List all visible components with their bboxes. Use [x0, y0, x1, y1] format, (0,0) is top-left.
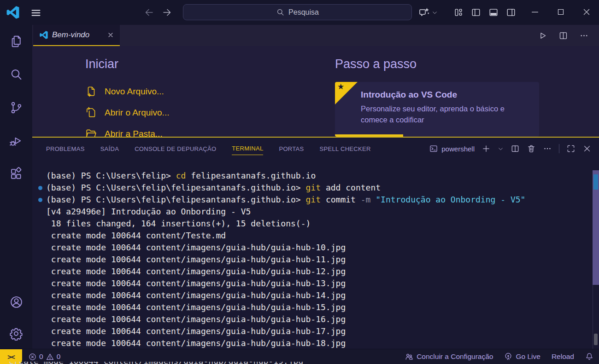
scrollbar-command-marker	[593, 174, 598, 190]
terminal-text-segment: (base) PS C:\Users\felip>	[46, 171, 176, 180]
toggle-primary-sidebar-icon[interactable]	[471, 7, 481, 17]
go-live-label: Go Live	[516, 352, 540, 361]
start-link-label: Abrir o Arquivo...	[105, 108, 169, 118]
featured-ribbon: ★	[335, 82, 358, 104]
settings-gear-icon[interactable]	[0, 318, 32, 349]
panel-more-actions-icon[interactable]	[543, 144, 552, 153]
editor-actions	[538, 25, 599, 46]
terminal-text-segment: create mode 100644 content/imagens/guia-…	[46, 243, 346, 252]
panel-header: PROBLEMAS SAÍDA CONSOLE DE DEPURAÇÃO TER…	[32, 138, 599, 160]
close-window-button[interactable]	[581, 7, 592, 17]
minimize-button[interactable]	[530, 7, 540, 17]
go-live-button[interactable]: Go Live	[504, 352, 540, 361]
terminal-text-segment	[370, 195, 376, 204]
search-input[interactable]: Pesquisa	[183, 4, 412, 20]
tab-label: Bem-vindo	[52, 30, 103, 40]
open-folder-link[interactable]: Abrir a Pasta...	[85, 123, 169, 137]
run-file-icon[interactable]	[538, 31, 547, 40]
toggle-secondary-sidebar-icon[interactable]	[506, 7, 516, 17]
tab-vscode-icon	[40, 31, 48, 39]
finish-setup-label: Concluir a Configuração	[417, 352, 493, 361]
account-icon[interactable]	[0, 285, 32, 318]
terminal-line: create mode 100644 content/Teste.md	[46, 230, 599, 242]
forward-icon[interactable]	[161, 7, 172, 18]
reload-label: Reload	[552, 352, 574, 361]
finish-setup-button[interactable]: Concluir a Configuração	[405, 352, 493, 361]
terminal-text-segment: git	[306, 183, 321, 192]
terminal-line: create mode 100644 content/imagens/guia-…	[46, 289, 599, 301]
tab-bem-vindo[interactable]: Bem-vindo	[33, 25, 120, 46]
panel-toolbar: powershell	[429, 144, 599, 153]
vscode-logo-icon	[6, 6, 19, 19]
secondary-scrollbar-thumb[interactable]	[594, 334, 598, 345]
terminal-text-segment: 18 files changed, 164 insertions(+), 15 …	[46, 219, 311, 228]
back-icon[interactable]	[144, 7, 155, 18]
terminal-dropdown-chevron-icon[interactable]	[498, 146, 504, 152]
reload-button[interactable]: Reload	[552, 352, 574, 361]
open-folder-icon	[85, 128, 97, 137]
new-file-link[interactable]: Novo Arquivo...	[85, 81, 169, 102]
panel-tab-problemas[interactable]: PROBLEMAS	[46, 143, 85, 155]
maximize-button[interactable]	[556, 7, 566, 17]
command-decoration-dot[interactable]	[38, 198, 42, 202]
walkthrough-card[interactable]: ★ Introdução ao VS Code Personalize seu …	[335, 82, 539, 137]
panel-tab-terminal[interactable]: TERMINAL	[232, 142, 263, 155]
terminal-text-segment: git	[306, 195, 321, 204]
source-control-icon[interactable]	[0, 91, 32, 124]
toggle-panel-icon[interactable]	[488, 7, 499, 17]
editor-tab-bar: Bem-vindo	[32, 25, 599, 46]
terminal-text-segment: create mode 100644 content/imagens/guia-…	[46, 326, 346, 336]
terminal-line: create mode 100644 content/imagens/guia-…	[46, 325, 599, 337]
terminal-line: 18 files changed, 164 insertions(+), 15 …	[46, 218, 599, 230]
panel-tab-portas[interactable]: PORTAS	[279, 143, 304, 155]
chevron-down-icon[interactable]	[432, 10, 438, 16]
terminal-text-segment: [v4 a29496e] Introdução ao Onbording - V…	[46, 207, 251, 216]
terminal-text-segment: create mode 100644 content/imagens/guia-…	[46, 254, 346, 264]
menu-hamburger-icon[interactable]	[30, 7, 41, 18]
maximize-panel-icon[interactable]	[566, 144, 576, 153]
terminal-output[interactable]: (base) PS C:\Users\felip> cd felipesanta…	[32, 160, 599, 349]
organization-icon	[405, 352, 413, 361]
errors-icon	[29, 353, 36, 361]
tab-close-icon[interactable]	[107, 31, 114, 39]
terminal-line: (base) PS C:\Users\felip\felipesantanafs…	[46, 194, 599, 206]
kill-terminal-trash-icon[interactable]	[527, 144, 536, 153]
warnings-icon	[46, 353, 54, 361]
remote-icon: ><	[7, 353, 15, 361]
terminal-icon	[429, 144, 438, 153]
explorer-icon[interactable]	[0, 25, 32, 58]
split-terminal-icon[interactable]	[511, 144, 520, 153]
terminal-line: create mode 100644 content/imagens/guia-…	[46, 242, 599, 254]
extensions-icon[interactable]	[0, 157, 32, 191]
terminal-text-segment: create mode 100644 content/Teste.md	[46, 231, 226, 240]
close-panel-icon[interactable]	[582, 144, 592, 153]
walkthrough-card-description: Personalize seu editor, aprenda o básico…	[361, 103, 531, 125]
split-editor-icon[interactable]	[558, 31, 568, 40]
new-terminal-icon[interactable]	[482, 144, 491, 153]
copilot-chat-icon[interactable]	[419, 7, 438, 18]
run-debug-icon[interactable]	[0, 124, 32, 157]
open-file-link[interactable]: Abrir o Arquivo...	[85, 102, 169, 123]
terminal-text-segment: -m	[361, 195, 371, 204]
command-decoration-dot[interactable]	[38, 186, 42, 190]
terminal-line: create mode 100644 content/imagens/guia-…	[46, 313, 599, 325]
panel-tab-saida[interactable]: SAÍDA	[100, 143, 119, 155]
start-links: Novo Arquivo... Abrir o Arquivo... Abrir…	[85, 81, 169, 137]
panel-tab-spell-checker[interactable]: SPELL CHECKER	[320, 143, 371, 155]
customize-layout-icon[interactable]	[453, 7, 464, 17]
warnings-count: 0	[57, 352, 61, 361]
problems-status[interactable]: 0 0	[29, 352, 60, 361]
star-icon: ★	[337, 82, 344, 92]
panel-tab-console-de-depuracao[interactable]: CONSOLE DE DEPURAÇÃO	[135, 143, 216, 155]
terminal-line: [v4 a29496e] Introdução ao Onbording - V…	[46, 206, 599, 218]
errors-count: 0	[39, 352, 43, 361]
terminal-text-segment: create mode 100644 content/imagens/guia-…	[46, 302, 346, 312]
terminal-text-segment: create mode 100644 content/imagens/guia-…	[46, 278, 346, 288]
shell-label: powershell	[441, 145, 475, 153]
more-actions-icon[interactable]	[579, 31, 589, 40]
terminal-text-segment: create mode 100644 content/imagens/guia-…	[46, 266, 346, 276]
terminal-shell-selector[interactable]: powershell	[429, 144, 475, 153]
notifications-bell-icon[interactable]	[585, 352, 593, 361]
search-sidebar-icon[interactable]	[0, 58, 32, 91]
scrollbar-track-line	[593, 285, 593, 350]
